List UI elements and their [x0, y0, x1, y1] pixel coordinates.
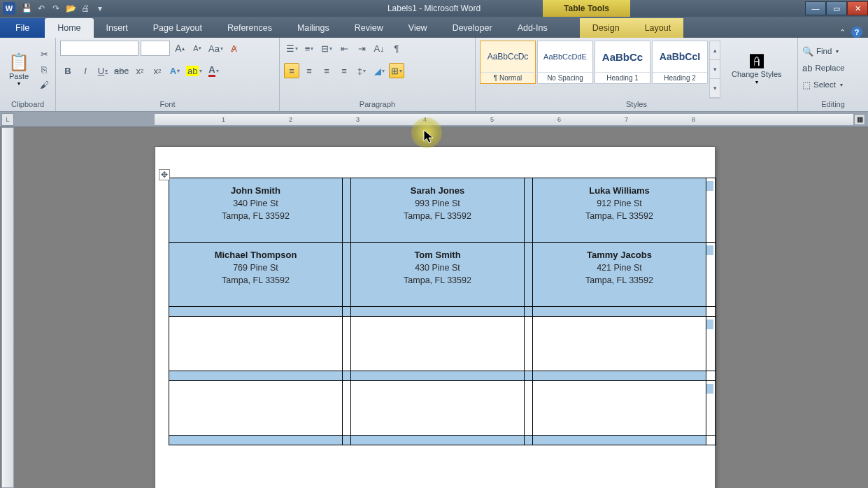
show-marks-icon[interactable]: ¶ — [389, 41, 404, 56]
tab-addins[interactable]: Add-Ins — [505, 18, 560, 38]
label-cell[interactable]: Tammy Jacobs 421 Pine St Tampa, FL 33592 — [533, 243, 706, 307]
tab-page-layout[interactable]: Page Layout — [141, 18, 215, 38]
vertical-ruler[interactable] — [1, 127, 14, 488]
clear-formatting-icon[interactable]: A̷ — [227, 41, 242, 56]
label-cell[interactable]: Michael Thompson 769 Pine St Tampa, FL 3… — [169, 243, 343, 307]
redo-icon[interactable]: ↷ — [49, 2, 63, 15]
undo-icon[interactable]: ↶ — [34, 2, 48, 15]
label-cell[interactable]: John Smith 340 Pine St Tampa, FL 33592 — [169, 178, 343, 243]
label-cell-empty[interactable] — [533, 317, 706, 371]
justify-button[interactable]: ≡ — [336, 63, 352, 78]
label-cell-empty[interactable] — [533, 436, 706, 445]
spacer-cell — [525, 307, 533, 317]
align-right-button[interactable]: ≡ — [319, 63, 334, 78]
label-cell-empty[interactable] — [351, 317, 525, 371]
label-cell-empty[interactable] — [169, 436, 343, 445]
label-cell-empty[interactable] — [169, 307, 343, 317]
label-cell[interactable]: Tom Smith 430 Pine St Tampa, FL 33592 — [351, 243, 525, 307]
shading-icon[interactable]: ◢▾ — [371, 63, 387, 78]
change-case-icon[interactable]: Aa▾ — [207, 41, 225, 56]
labels-table[interactable]: John Smith 340 Pine St Tampa, FL 33592 S… — [169, 178, 716, 445]
grow-font-icon[interactable]: A▴ — [172, 41, 187, 56]
style-heading-2[interactable]: AaBbCcI Heading 2 — [652, 41, 708, 84]
select-button[interactable]: ⬚Select▾ — [802, 77, 864, 92]
row-marker — [706, 381, 716, 436]
font-size-input[interactable] — [141, 41, 170, 56]
replace-button[interactable]: abReplace — [802, 60, 864, 76]
style-scroll-up-icon[interactable]: ▴ — [710, 41, 720, 60]
tab-insert[interactable]: Insert — [94, 18, 141, 38]
minimize-button[interactable]: — — [805, 1, 826, 15]
bullets-icon[interactable]: ☰▾ — [284, 41, 299, 56]
decrease-indent-icon[interactable]: ⇤ — [336, 41, 352, 56]
label-cell-empty[interactable] — [351, 381, 525, 436]
table-move-handle-icon[interactable]: ✥ — [159, 169, 170, 180]
label-cell[interactable]: Luka Williams 912 Pine St Tampa, FL 3359… — [533, 178, 706, 243]
ruler-toggle-icon[interactable]: ▦ — [854, 114, 865, 125]
tab-home[interactable]: Home — [45, 18, 93, 38]
label-cell-empty[interactable] — [533, 381, 706, 436]
highlight-color-icon[interactable]: ab▾ — [185, 63, 204, 78]
help-icon[interactable]: ? — [851, 27, 862, 38]
minimize-ribbon-icon[interactable]: ⌃ — [839, 28, 846, 37]
font-name-input[interactable] — [60, 41, 138, 56]
tab-mailings[interactable]: Mailings — [285, 18, 342, 38]
underline-button[interactable]: U▾ — [95, 63, 111, 78]
label-cell-empty[interactable] — [169, 317, 343, 371]
borders-icon[interactable]: ⊞▾ — [389, 63, 404, 78]
label-cell-empty[interactable] — [533, 371, 706, 381]
tab-references[interactable]: References — [215, 18, 285, 38]
tab-review[interactable]: Review — [342, 18, 396, 38]
close-button[interactable]: ✕ — [847, 1, 868, 15]
group-label-editing: Editing — [802, 99, 864, 111]
change-styles-button[interactable]: 🅰 Change Styles ▾ — [727, 41, 786, 99]
sort-icon[interactable]: A↓ — [371, 41, 387, 56]
bold-button[interactable]: B — [60, 63, 76, 78]
label-cell-empty[interactable] — [351, 436, 525, 445]
paste-button[interactable]: 📋 Paste ▾ — [4, 41, 34, 99]
style-no-spacing[interactable]: AaBbCcDdE No Spacing — [537, 41, 593, 84]
tab-layout[interactable]: Layout — [632, 18, 684, 38]
style-heading-1[interactable]: AaBbCc Heading 1 — [595, 41, 650, 84]
text-effects-icon[interactable]: A▾ — [167, 63, 183, 78]
label-cell-empty[interactable] — [351, 307, 525, 317]
numbering-icon[interactable]: ≡▾ — [301, 41, 317, 56]
shrink-font-icon[interactable]: A▾ — [190, 41, 205, 56]
increase-indent-icon[interactable]: ⇥ — [354, 41, 369, 56]
align-center-button[interactable]: ≡ — [301, 63, 317, 78]
horizontal-ruler[interactable]: 1 2 3 4 5 6 7 8 — [154, 113, 854, 126]
italic-button[interactable]: I — [78, 63, 93, 78]
style-normal[interactable]: AaBbCcDc ¶ Normal — [480, 41, 536, 84]
tab-view[interactable]: View — [396, 18, 440, 38]
style-more-icon[interactable]: ▾ — [710, 79, 720, 98]
tab-developer[interactable]: Developer — [440, 18, 505, 38]
maximize-button[interactable]: ▭ — [826, 1, 847, 15]
print-icon[interactable]: 🖨 — [78, 2, 92, 15]
find-button[interactable]: 🔍Find▾ — [802, 43, 864, 59]
label-cell-empty[interactable] — [533, 307, 706, 317]
format-painter-icon[interactable]: 🖌 — [36, 78, 52, 92]
multilevel-list-icon[interactable]: ⊟▾ — [319, 41, 334, 56]
cut-icon[interactable]: ✂ — [36, 48, 52, 62]
font-color-icon[interactable]: A▾ — [206, 63, 221, 78]
label-cell[interactable]: Sarah Jones 993 Pine St Tampa, FL 33592 — [351, 178, 525, 243]
strikethrough-button[interactable]: abc — [113, 63, 130, 78]
label-cell-empty[interactable] — [169, 371, 343, 381]
spacer-cell — [525, 371, 533, 381]
label-cell-empty[interactable] — [351, 371, 525, 381]
style-scroll-down-icon[interactable]: ▾ — [710, 60, 720, 79]
style-gallery: AaBbCcDc ¶ Normal AaBbCcDdE No Spacing A… — [480, 41, 720, 99]
open-icon[interactable]: 📂 — [64, 2, 78, 15]
tab-selector-icon[interactable]: L — [1, 113, 14, 126]
line-spacing-icon[interactable]: ‡▾ — [354, 63, 369, 78]
group-label-font: Font — [60, 99, 275, 111]
subscript-button[interactable]: x2 — [132, 63, 148, 78]
tab-design[interactable]: Design — [580, 18, 632, 38]
superscript-button[interactable]: x2 — [150, 63, 165, 78]
copy-icon[interactable]: ⎘ — [36, 63, 52, 77]
qat-dropdown-icon[interactable]: ▾ — [93, 2, 107, 15]
save-icon[interactable]: 💾 — [20, 2, 34, 15]
label-cell-empty[interactable] — [169, 381, 343, 436]
align-left-button[interactable]: ≡ — [284, 63, 299, 78]
tab-file[interactable]: File — [0, 18, 45, 38]
